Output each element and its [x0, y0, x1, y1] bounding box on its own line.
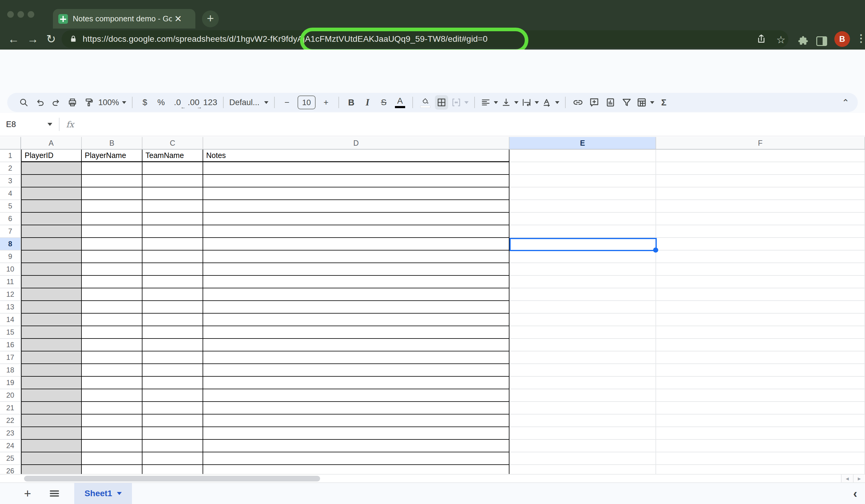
name-box[interactable]: E8 [0, 120, 45, 129]
address-bar[interactable]: https://docs.google.com/spreadsheets/d/1… [61, 30, 788, 48]
zoom-select[interactable]: 100% [98, 95, 126, 110]
cell-F11[interactable] [656, 276, 865, 288]
row-header-23[interactable]: 23 [0, 427, 21, 440]
cell-C11[interactable] [142, 276, 203, 288]
row-header-17[interactable]: 17 [0, 351, 21, 364]
increase-font-size-button[interactable]: + [320, 95, 333, 110]
fill-color-button[interactable] [419, 95, 432, 110]
cell-E20[interactable] [509, 389, 656, 402]
row-header-8[interactable]: 8 [0, 238, 21, 250]
cell-B20[interactable] [82, 389, 142, 402]
cell-F14[interactable] [656, 314, 865, 326]
toolbar-search-icon[interactable] [17, 95, 30, 110]
cell-D10[interactable] [203, 263, 509, 276]
cell-C21[interactable] [142, 402, 203, 414]
cell-A25[interactable] [21, 452, 82, 465]
cell-D7[interactable] [203, 225, 509, 238]
cell-D9[interactable] [203, 250, 509, 263]
cell-E11[interactable] [509, 276, 656, 288]
cell-B9[interactable] [82, 250, 142, 263]
cell-B13[interactable] [82, 301, 142, 314]
cell-D14[interactable] [203, 314, 509, 326]
cell-D18[interactable] [203, 364, 509, 377]
cell-D16[interactable] [203, 339, 509, 351]
cell-C16[interactable] [142, 339, 203, 351]
column-header-F[interactable]: F [656, 137, 865, 150]
text-rotation-button[interactable] [542, 95, 560, 110]
row-header-18[interactable]: 18 [0, 364, 21, 377]
browser-menu-icon[interactable]: ⋮ [856, 32, 865, 44]
cell-D4[interactable] [203, 187, 509, 200]
horizontal-align-button[interactable] [481, 95, 498, 110]
cell-D26[interactable] [203, 465, 509, 474]
insert-chart-icon[interactable] [604, 95, 617, 110]
cell-A14[interactable] [21, 314, 82, 326]
cell-C10[interactable] [142, 263, 203, 276]
scroll-left-arrow-icon[interactable]: ◂ [841, 474, 853, 482]
cell-D17[interactable] [203, 351, 509, 364]
cell-E9[interactable] [509, 250, 656, 263]
cell-E22[interactable] [509, 414, 656, 427]
new-tab-button[interactable]: + [202, 11, 219, 27]
cell-B18[interactable] [82, 364, 142, 377]
row-header-9[interactable]: 9 [0, 250, 21, 263]
cell-B19[interactable] [82, 377, 142, 389]
share-page-icon[interactable] [756, 34, 767, 45]
cell-E6[interactable] [509, 213, 656, 225]
undo-icon[interactable] [33, 95, 47, 110]
cell-C8[interactable] [142, 238, 203, 250]
cell-A8[interactable] [21, 238, 82, 250]
cell-D25[interactable] [203, 452, 509, 465]
cell-C17[interactable] [142, 351, 203, 364]
cell-C14[interactable] [142, 314, 203, 326]
cell-A12[interactable] [21, 288, 82, 301]
cell-F9[interactable] [656, 250, 865, 263]
font-size-input[interactable]: 10 [298, 95, 315, 109]
cell-A6[interactable] [21, 213, 82, 225]
cell-D11[interactable] [203, 276, 509, 288]
format-currency-button[interactable]: $ [138, 95, 151, 110]
name-box-caret-icon[interactable] [47, 123, 52, 126]
cell-F16[interactable] [656, 339, 865, 351]
cell-F25[interactable] [656, 452, 865, 465]
window-minimize-button[interactable] [18, 11, 24, 18]
back-icon[interactable]: ← [8, 33, 19, 45]
cell-C7[interactable] [142, 225, 203, 238]
cell-F7[interactable] [656, 225, 865, 238]
cell-A2[interactable] [21, 162, 82, 175]
cell-A19[interactable] [21, 377, 82, 389]
increase-decimal-button[interactable]: .00 → [187, 95, 200, 110]
browser-profile-avatar[interactable]: B [834, 31, 850, 47]
row-header-6[interactable]: 6 [0, 213, 21, 225]
column-header-C[interactable]: C [142, 137, 203, 150]
cell-A21[interactable] [21, 402, 82, 414]
cell-A24[interactable] [21, 440, 82, 452]
cell-F12[interactable] [656, 288, 865, 301]
cell-E24[interactable] [509, 440, 656, 452]
cell-A13[interactable] [21, 301, 82, 314]
cell-A17[interactable] [21, 351, 82, 364]
cell-E12[interactable] [509, 288, 656, 301]
cell-F20[interactable] [656, 389, 865, 402]
cell-C13[interactable] [142, 301, 203, 314]
paint-format-icon[interactable] [82, 95, 95, 110]
row-header-16[interactable]: 16 [0, 339, 21, 351]
cell-D6[interactable] [203, 213, 509, 225]
row-header-15[interactable]: 15 [0, 326, 21, 339]
cell-B23[interactable] [82, 427, 142, 440]
extensions-puzzle-icon[interactable] [797, 35, 809, 47]
cell-C12[interactable] [142, 288, 203, 301]
cell-E4[interactable] [509, 187, 656, 200]
cell-F8[interactable] [656, 238, 865, 250]
row-header-4[interactable]: 4 [0, 187, 21, 200]
cell-C5[interactable] [142, 200, 203, 213]
row-header-19[interactable]: 19 [0, 377, 21, 389]
cell-F5[interactable] [656, 200, 865, 213]
collapse-panel-chevron-icon[interactable]: ‹ [853, 487, 857, 500]
cell-F2[interactable] [656, 162, 865, 175]
cell-F19[interactable] [656, 377, 865, 389]
cell-E17[interactable] [509, 351, 656, 364]
cell-A1[interactable]: PlayerID [21, 150, 82, 162]
cell-B11[interactable] [82, 276, 142, 288]
cell-F17[interactable] [656, 351, 865, 364]
